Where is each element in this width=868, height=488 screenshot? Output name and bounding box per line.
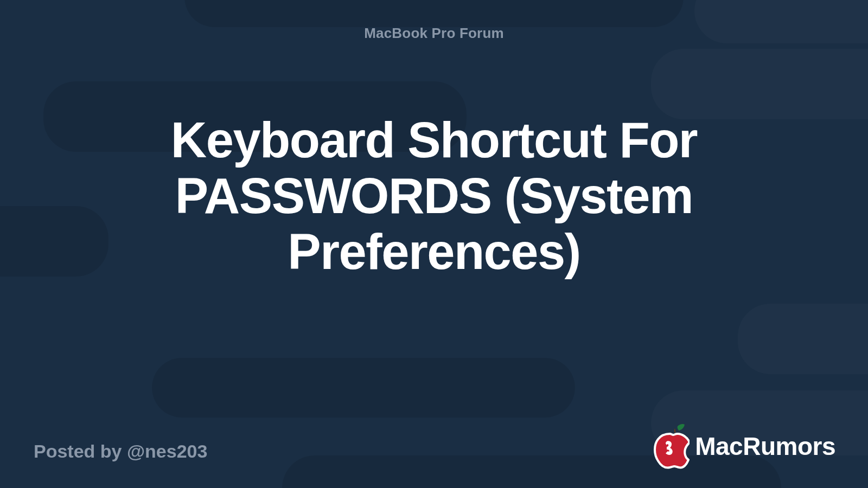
site-brand: MacRumors — [650, 423, 835, 470]
brand-name: MacRumors — [695, 432, 835, 461]
apple-logo-icon — [650, 423, 690, 470]
forum-category-label: MacBook Pro Forum — [364, 25, 504, 42]
post-byline: Posted by @nes203 — [34, 441, 207, 462]
post-title: Keyboard Shortcut For PASSWORDS (System … — [54, 112, 814, 280]
